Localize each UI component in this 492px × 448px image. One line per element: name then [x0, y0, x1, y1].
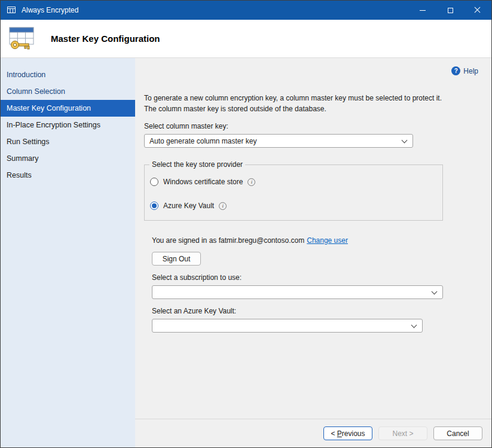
key-vault-dropdown[interactable]	[152, 319, 423, 333]
main-content: ? Help To generate a new column encrypti…	[135, 58, 491, 419]
radio-icon-checked	[150, 202, 158, 210]
wizard-steps-sidebar: Introduction Column Selection Master Key…	[1, 58, 135, 447]
titlebar: Always Encrypted	[1, 1, 491, 20]
radio-label: Azure Key Vault	[163, 202, 214, 210]
intro-text: To generate a new column encryption key,…	[144, 93, 450, 114]
radio-label: Windows certificate store	[163, 178, 243, 186]
help-link[interactable]: ? Help	[451, 66, 478, 75]
chevron-down-icon	[432, 289, 438, 295]
minimize-icon	[420, 10, 426, 11]
cancel-button[interactable]: Cancel	[433, 426, 482, 440]
close-button[interactable]	[464, 1, 491, 20]
sidebar-item-summary[interactable]: Summary	[1, 150, 135, 167]
column-master-key-dropdown[interactable]: Auto generate column master key	[144, 134, 413, 148]
window-controls	[409, 1, 491, 20]
always-encrypted-dialog: Always Encrypted	[0, 0, 492, 448]
sidebar-item-introduction[interactable]: Introduction	[1, 66, 135, 83]
sidebar-item-results[interactable]: Results	[1, 167, 135, 184]
page-title: Master Key Configuration	[51, 33, 160, 44]
chevron-down-icon	[411, 322, 417, 328]
chevron-down-icon	[402, 138, 408, 144]
subscription-dropdown[interactable]	[152, 285, 443, 299]
key-vault-label: Select an Azure Key Vault:	[152, 307, 479, 315]
maximize-button[interactable]	[436, 1, 464, 20]
previous-button[interactable]: < Previous	[323, 426, 372, 440]
signin-status: You are signed in as fatmir.bregu@contos…	[152, 236, 479, 245]
table-key-icon	[8, 26, 35, 52]
sign-out-button[interactable]: Sign Out	[152, 252, 201, 266]
app-icon	[7, 5, 16, 15]
help-icon: ?	[451, 66, 460, 75]
sidebar-item-master-key-configuration[interactable]: Master Key Configuration	[1, 100, 135, 117]
next-button[interactable]: Next >	[378, 426, 427, 440]
help-label: Help	[463, 67, 478, 75]
radio-windows-certificate-store[interactable]: Windows certificate store i	[150, 175, 442, 189]
info-icon[interactable]: i	[219, 202, 227, 210]
radio-azure-key-vault[interactable]: Azure Key Vault i	[150, 199, 442, 213]
info-icon[interactable]: i	[247, 178, 255, 186]
subscription-label: Select a subscription to use:	[152, 273, 479, 282]
signin-text: You are signed in as fatmir.bregu@contos…	[152, 236, 304, 245]
key-store-provider-group: Select the key store provider Windows ce…	[144, 164, 443, 221]
sidebar-item-in-place-encryption[interactable]: In-Place Encryption Settings	[1, 117, 135, 133]
wizard-header: Master Key Configuration	[1, 20, 491, 58]
sidebar-item-run-settings[interactable]: Run Settings	[1, 133, 135, 150]
column-master-key-value: Auto generate column master key	[149, 137, 256, 145]
minimize-button[interactable]	[409, 1, 436, 20]
radio-icon-unchecked	[150, 178, 158, 186]
window-title: Always Encrypted	[22, 6, 78, 14]
wizard-button-bar: < Previous Next > Cancel	[135, 419, 491, 447]
master-key-label: Select column master key:	[144, 122, 479, 130]
key-store-provider-legend: Select the key store provider	[149, 160, 245, 169]
maximize-icon	[448, 8, 453, 13]
change-user-link[interactable]: Change user	[307, 236, 348, 245]
azure-key-vault-section: You are signed in as fatmir.bregu@contos…	[152, 236, 479, 333]
sidebar-item-column-selection[interactable]: Column Selection	[1, 83, 135, 100]
